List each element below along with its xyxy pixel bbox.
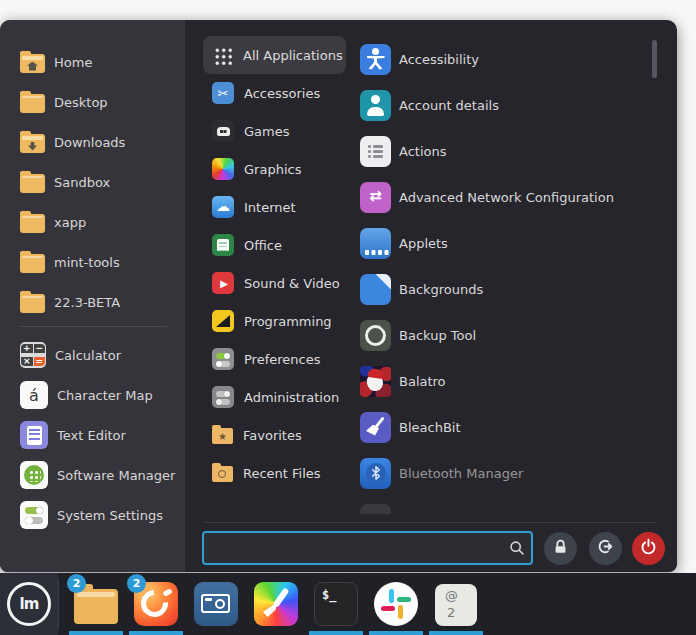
app-label: Accessibility bbox=[399, 52, 479, 67]
category-label: Accessories bbox=[244, 86, 320, 101]
lock-button[interactable] bbox=[544, 532, 577, 565]
taskbar-item-files[interactable]: 2 bbox=[66, 573, 126, 635]
favorites-folder-icon: ★ bbox=[212, 428, 233, 444]
app-bleachbit[interactable]: BleachBit bbox=[357, 404, 649, 450]
running-indicator bbox=[129, 631, 183, 635]
calculator-icon: +−×= bbox=[20, 342, 46, 368]
sidebar-separator bbox=[20, 326, 167, 327]
sidebar-item-home[interactable]: Home bbox=[0, 42, 185, 82]
text-editor-icon bbox=[20, 421, 48, 449]
sidebar-item-desktop[interactable]: Desktop bbox=[0, 82, 185, 122]
category-favorites[interactable]: ★Favorites bbox=[203, 416, 346, 454]
app-balatro[interactable]: Balatro bbox=[357, 358, 649, 404]
app-accessibility[interactable]: Accessibility bbox=[357, 36, 649, 82]
category-label: Programming bbox=[244, 314, 332, 329]
mint-monogram: lm bbox=[20, 595, 39, 613]
sidebar-item-22-3-beta[interactable]: 22.3-BETA bbox=[0, 282, 185, 322]
programming-icon bbox=[212, 310, 234, 332]
category-programming[interactable]: Programming bbox=[203, 302, 346, 340]
backup-tool-icon bbox=[360, 320, 391, 351]
software-manager-icon bbox=[20, 461, 48, 489]
app-label: Balatro bbox=[399, 374, 446, 389]
category-graphics[interactable]: Graphics bbox=[203, 150, 346, 188]
app-account-details[interactable]: Account details bbox=[357, 82, 649, 128]
menu-sidebar: HomeDesktopDownloadsSandboxxappmint-tool… bbox=[0, 20, 185, 572]
category-preferences[interactable]: Preferences bbox=[203, 340, 346, 378]
category-label: Games bbox=[244, 124, 289, 139]
slack-icon bbox=[374, 582, 418, 626]
balatro-icon bbox=[360, 366, 391, 397]
home-folder-icon bbox=[20, 54, 45, 73]
logout-icon bbox=[597, 538, 614, 559]
running-indicator bbox=[309, 631, 363, 635]
search-input[interactable] bbox=[202, 531, 533, 565]
network-arrows-icon: ⇄ bbox=[360, 182, 391, 213]
category-office[interactable]: Office bbox=[203, 226, 346, 264]
desktop-folder-icon bbox=[20, 94, 45, 113]
sidebar-item-downloads[interactable]: Downloads bbox=[0, 122, 185, 162]
lock-icon bbox=[553, 539, 568, 559]
app-label: Bluetooth Manager bbox=[399, 466, 523, 481]
taskbar-item-screenshot-tool[interactable] bbox=[186, 573, 246, 635]
sidebar-item-sandbox[interactable]: Sandbox bbox=[0, 162, 185, 202]
sidebar-item-mint-tools[interactable]: mint-tools bbox=[0, 242, 185, 282]
menu-button[interactable]: lm bbox=[0, 573, 58, 635]
partial-app-icon bbox=[360, 504, 391, 515]
power-icon bbox=[640, 538, 657, 559]
taskbar-item-paint[interactable] bbox=[246, 573, 306, 635]
category-all-applications[interactable]: All Applications bbox=[203, 36, 346, 74]
system-settings-icon bbox=[20, 501, 48, 529]
category-recent-files[interactable]: Recent Files bbox=[203, 454, 346, 492]
running-indicator bbox=[369, 631, 423, 635]
sidebar-item-system-settings[interactable]: System Settings bbox=[0, 495, 185, 535]
sidebar-item-character-map[interactable]: áCharacter Map bbox=[0, 375, 185, 415]
all-applications-icon bbox=[213, 46, 232, 65]
actions-icon bbox=[360, 136, 391, 167]
sidebar-item-label: System Settings bbox=[57, 508, 163, 523]
logout-button[interactable] bbox=[589, 532, 622, 565]
plain-folder-icon bbox=[20, 294, 45, 313]
app-partial bbox=[357, 496, 649, 514]
app-applets[interactable]: Applets bbox=[357, 220, 649, 266]
power-button[interactable] bbox=[632, 532, 665, 565]
app-label: Actions bbox=[399, 144, 447, 159]
category-label: Preferences bbox=[244, 352, 320, 367]
app-actions[interactable]: Actions bbox=[357, 128, 649, 174]
category-label: Internet bbox=[244, 200, 296, 215]
cinnamon-menu: HomeDesktopDownloadsSandboxxappmint-tool… bbox=[0, 20, 677, 572]
category-games[interactable]: Games bbox=[203, 112, 346, 150]
sidebar-item-label: 22.3-BETA bbox=[54, 295, 120, 310]
app-advanced-network-configuration[interactable]: ⇄Advanced Network Configuration bbox=[357, 174, 649, 220]
desktop: HomeDesktopDownloadsSandboxxappmint-tool… bbox=[0, 0, 696, 635]
taskbar-launchers: 22$_@2 bbox=[66, 573, 486, 635]
taskbar-item-character-map-2[interactable]: @2 bbox=[426, 573, 486, 635]
sidebar-item-calculator[interactable]: +−×=Calculator bbox=[0, 335, 185, 375]
category-internet[interactable]: ☁Internet bbox=[203, 188, 346, 226]
office-icon bbox=[212, 234, 234, 256]
bluetooth-icon bbox=[360, 458, 391, 489]
plain-folder-icon bbox=[20, 214, 45, 233]
app-bluetooth-manager[interactable]: Bluetooth Manager bbox=[357, 450, 649, 496]
app-backgrounds[interactable]: Backgrounds bbox=[357, 266, 649, 312]
category-label: Graphics bbox=[244, 162, 301, 177]
icon-glyph: ☁ bbox=[216, 199, 230, 213]
sidebar-item-software-manager[interactable]: Software Manager bbox=[0, 455, 185, 495]
app-label: Backgrounds bbox=[399, 282, 483, 297]
app-label: Advanced Network Configuration bbox=[399, 190, 614, 205]
sidebar-item-label: Calculator bbox=[55, 348, 121, 363]
icon-glyph: á bbox=[29, 386, 39, 405]
account-details-icon bbox=[360, 90, 391, 121]
category-accessories[interactable]: ✂Accessories bbox=[203, 74, 346, 112]
category-administration[interactable]: Administration bbox=[203, 378, 346, 416]
app-backup-tool[interactable]: Backup Tool bbox=[357, 312, 649, 358]
sidebar-item-xapp[interactable]: xapp bbox=[0, 202, 185, 242]
sidebar-item-text-editor[interactable]: Text Editor bbox=[0, 415, 185, 455]
sidebar-item-label: Downloads bbox=[54, 135, 125, 150]
sidebar-item-label: Text Editor bbox=[57, 428, 126, 443]
category-sound-video[interactable]: ▶Sound & Video bbox=[203, 264, 346, 302]
apps-scrollbar[interactable] bbox=[652, 40, 657, 78]
taskbar-item-slack[interactable] bbox=[366, 573, 426, 635]
application-list: AccessibilityAccount detailsActions⇄Adva… bbox=[357, 36, 649, 514]
taskbar-item-firefox[interactable]: 2 bbox=[126, 573, 186, 635]
taskbar-item-terminal[interactable]: $_ bbox=[306, 573, 366, 635]
